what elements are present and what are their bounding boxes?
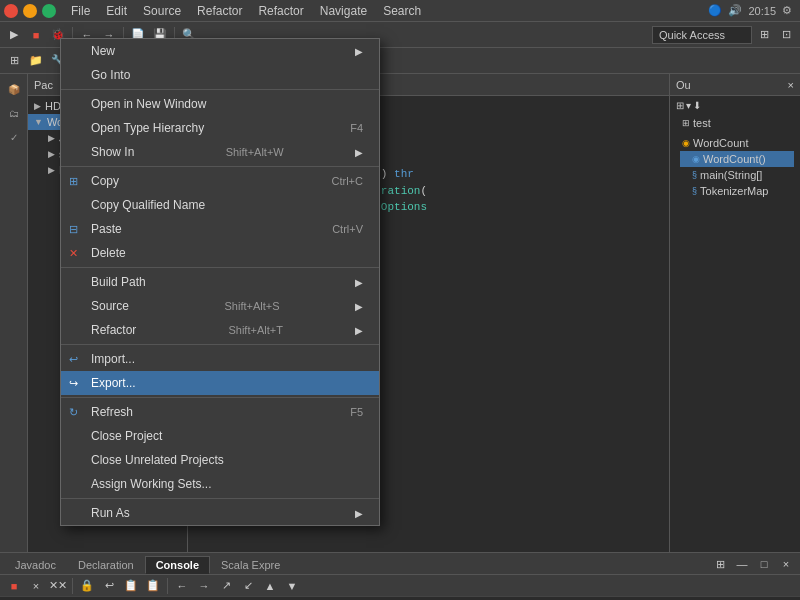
ctx-close-project[interactable]: Close Project — [61, 424, 379, 448]
ctx-open-type-shortcut: F4 — [350, 122, 363, 134]
ctx-import-label: Import... — [91, 352, 135, 366]
console-open-btn[interactable]: ↗ — [216, 576, 236, 596]
ctx-import[interactable]: ↩ Import... — [61, 347, 379, 371]
tab-console[interactable]: Console — [145, 556, 210, 574]
ctx-show-in-shortcut: Shift+Alt+W — [226, 146, 284, 158]
console-scroll-lock-btn[interactable]: 🔒 — [77, 576, 97, 596]
outline-sort-icon[interactable]: ⊞ — [676, 100, 684, 111]
toolbar-extra-btn[interactable]: ⊞ — [754, 25, 774, 45]
console-paste-btn[interactable]: 📋 — [143, 576, 163, 596]
menu-items: File Edit Source Refactor Refactor Navig… — [64, 2, 428, 20]
ctx-run-as[interactable]: Run As ▶ — [61, 501, 379, 525]
ctx-open-type-label: Open Type Hierarchy — [91, 121, 204, 135]
console-up-btn[interactable]: ▲ — [260, 576, 280, 596]
console-word-wrap-btn[interactable]: ↩ — [99, 576, 119, 596]
outline-item-wordcount[interactable]: ◉ WordCount — [680, 135, 794, 151]
menu-file[interactable]: File — [64, 2, 97, 20]
ctx-copy[interactable]: ⊞ Copy Ctrl+C — [61, 169, 379, 193]
menu-edit[interactable]: Edit — [99, 2, 134, 20]
outline-panel-title: Ou — [676, 79, 691, 91]
close-button[interactable] — [4, 4, 18, 18]
menu-search[interactable]: Search — [376, 2, 428, 20]
ctx-copy-qualified[interactable]: Copy Qualified Name — [61, 193, 379, 217]
ctx-build-path[interactable]: Build Path ▶ — [61, 270, 379, 294]
console-maximize-btn[interactable]: □ — [754, 554, 774, 574]
console-detach-btn[interactable]: ⊞ — [710, 554, 730, 574]
outline-collapse-icon[interactable]: ⬇ — [693, 100, 701, 111]
maximize-button[interactable] — [42, 4, 56, 18]
outline-item-constructor[interactable]: ◉ WordCount() — [680, 151, 794, 167]
outline-item-tokenizer[interactable]: § TokenizerMap — [680, 183, 794, 199]
ctx-open-new-window-label: Open in New Window — [91, 97, 206, 111]
console-down-btn[interactable]: ▼ — [282, 576, 302, 596]
ctx-close-unrelated[interactable]: Close Unrelated Projects — [61, 448, 379, 472]
console-next-btn[interactable]: → — [194, 576, 214, 596]
outline-item-test[interactable]: ⊞ test — [680, 115, 794, 131]
console-close-btn[interactable]: × — [776, 554, 796, 574]
system-tray: 🔵 🔊 20:15 ⚙ — [708, 4, 796, 17]
console-clear-btn[interactable]: ✕✕ — [48, 576, 68, 596]
outline-panel: Ou × ⊞ ▾ ⬇ ⊞ test ◉ WordCount — [670, 74, 800, 552]
toolbar-extra2-btn[interactable]: ⊡ — [776, 25, 796, 45]
ctx-refactor[interactable]: Refactor Shift+Alt+T ▶ — [61, 318, 379, 342]
ctx-sep-4 — [61, 344, 379, 345]
outline-panel-close[interactable]: × — [788, 79, 794, 91]
outline-main-icon: § — [692, 170, 697, 180]
menu-navigate[interactable]: Navigate — [313, 2, 374, 20]
tab-declaration[interactable]: Declaration — [67, 556, 145, 574]
ctx-refresh-shortcut: F5 — [350, 406, 363, 418]
ctx-gointo-label: Go Into — [91, 68, 130, 82]
ctx-copy-label: Copy — [91, 174, 119, 188]
ctx-run-as-arrow: ▶ — [355, 508, 363, 519]
console-copy-btn[interactable]: 📋 — [121, 576, 141, 596]
ctx-refresh[interactable]: ↻ Refresh F5 — [61, 400, 379, 424]
outline-filter-icon[interactable]: ▾ — [686, 100, 691, 111]
console-terminate-btn[interactable]: × — [26, 576, 46, 596]
ctx-gointo[interactable]: Go Into — [61, 63, 379, 87]
toolbar2-btn1[interactable]: ⊞ — [4, 51, 24, 71]
ctx-delete[interactable]: ✕ Delete — [61, 241, 379, 265]
ctx-sep-2 — [61, 166, 379, 167]
console-sep2 — [167, 578, 168, 594]
ctx-export[interactable]: ↪ Export... — [61, 371, 379, 395]
menu-source[interactable]: Source — [136, 2, 188, 20]
outline-tokenizer-label: TokenizerMap — [700, 185, 768, 197]
outline-item-main[interactable]: § main(String[] — [680, 167, 794, 183]
left-sidebar: 📦 🗂 ✓ — [0, 74, 28, 552]
outline-content: ⊞ ▾ ⬇ ⊞ test ◉ WordCount ◉ WordCount() — [670, 96, 800, 203]
ctx-source[interactable]: Source Shift+Alt+S ▶ — [61, 294, 379, 318]
ctx-refresh-label: Refresh — [91, 405, 133, 419]
minimize-button[interactable] — [23, 4, 37, 18]
sidebar-nav-icon[interactable]: 🗂 — [3, 102, 25, 124]
arrow-icon: ▼ — [34, 117, 43, 127]
menu-refactor2[interactable]: Refactor — [251, 2, 310, 20]
ctx-open-type-hierarchy[interactable]: Open Type Hierarchy F4 — [61, 116, 379, 140]
menu-refactor1[interactable]: Refactor — [190, 2, 249, 20]
ctx-paste-icon: ⊟ — [69, 223, 78, 236]
ctx-new[interactable]: New ▶ — [61, 39, 379, 63]
menu-bar: File Edit Source Refactor Refactor Navig… — [0, 0, 800, 22]
outline-wordcount-label: WordCount — [693, 137, 748, 149]
console-prev-btn[interactable]: ← — [172, 576, 192, 596]
quick-access-box[interactable]: Quick Access — [652, 26, 752, 44]
tab-scala[interactable]: Scala Expre — [210, 556, 291, 574]
context-menu[interactable]: New ▶ Go Into Open in New Window Open Ty… — [60, 38, 380, 526]
toolbar2-btn2[interactable]: 📁 — [26, 51, 46, 71]
tab-javadoc[interactable]: Javadoc — [4, 556, 67, 574]
toolbar-run-btn[interactable]: ▶ — [4, 25, 24, 45]
ctx-sep-1 — [61, 89, 379, 90]
console-stop-btn[interactable]: ■ — [4, 576, 24, 596]
ctx-open-new-window[interactable]: Open in New Window — [61, 92, 379, 116]
volume-icon: 🔊 — [728, 4, 742, 17]
console-close2-btn[interactable]: ↙ — [238, 576, 258, 596]
ctx-show-in[interactable]: Show In Shift+Alt+W ▶ — [61, 140, 379, 164]
ctx-sep-3 — [61, 267, 379, 268]
settings-icon: ⚙ — [782, 4, 792, 17]
ctx-assign-working-sets[interactable]: Assign Working Sets... — [61, 472, 379, 496]
sidebar-task-icon[interactable]: ✓ — [3, 126, 25, 148]
sidebar-package-icon[interactable]: 📦 — [3, 78, 25, 100]
ctx-paste[interactable]: ⊟ Paste Ctrl+V — [61, 217, 379, 241]
console-minimize-btn[interactable]: — — [732, 554, 752, 574]
ctx-delete-icon: ✕ — [69, 247, 78, 260]
toolbar-stop-btn[interactable]: ■ — [26, 25, 46, 45]
